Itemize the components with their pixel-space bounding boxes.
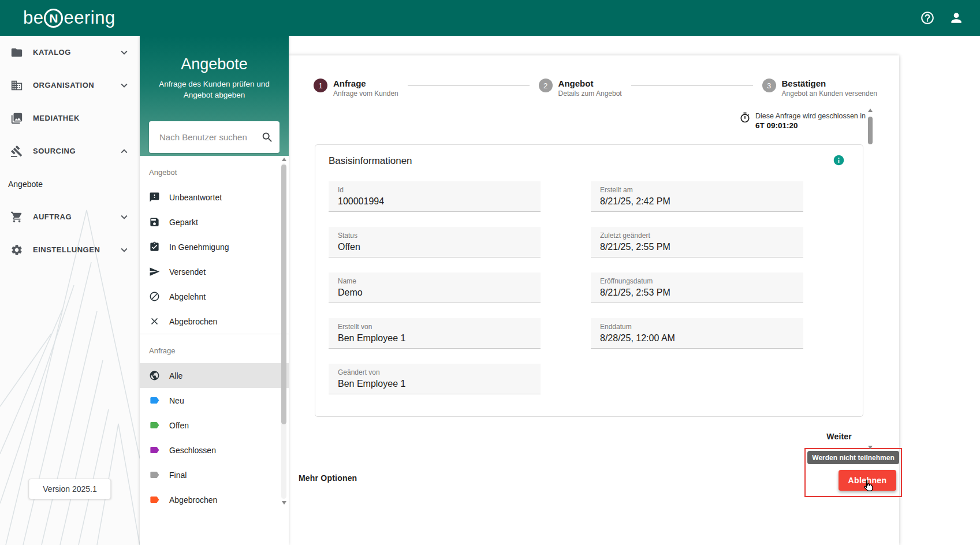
topbar-actions <box>920 10 964 25</box>
step-title: Anfrage <box>333 79 398 88</box>
main-content: 1 Anfrage Anfrage vom Kunden 2 Angebot D… <box>289 36 980 545</box>
filter-item-neu[interactable]: Neu <box>140 388 289 413</box>
filter-item-abgelehnt[interactable]: Abgelehnt <box>140 284 289 309</box>
filter-item-versendet[interactable]: Versendet <box>140 259 289 284</box>
scrollbar-thumb[interactable] <box>281 165 286 424</box>
panel-title: Angebote <box>140 36 289 73</box>
content-sheet: 1 Anfrage Anfrage vom Kunden 2 Angebot D… <box>289 55 899 545</box>
step-anfrage[interactable]: 1 Anfrage Anfrage vom Kunden <box>314 79 398 98</box>
sidebar-item-label: ORGANISATION <box>33 81 108 89</box>
scrollbar-thumb[interactable] <box>868 117 873 144</box>
chevron-down-icon <box>118 211 131 223</box>
chevron-down-icon <box>118 79 131 92</box>
filter-item-in-genehmigung[interactable]: In Genehmigung <box>140 234 289 259</box>
step-bestaetigen[interactable]: 3 Bestätigen Angebot an Kunden versenden <box>762 79 877 98</box>
brand-n-circle: N <box>44 9 63 28</box>
sidebar-item-einstellungen[interactable]: EINSTELLUNGEN <box>0 233 140 266</box>
stepper-connector <box>631 85 753 86</box>
topbar: be N eering <box>0 0 980 36</box>
field-erstellt-am: Erstellt am 8/21/25, 2:42 PM <box>591 181 803 212</box>
next-button[interactable]: Weiter <box>822 428 856 445</box>
panel-scrollbar[interactable] <box>281 158 286 505</box>
cart-icon <box>10 211 23 223</box>
account-icon[interactable] <box>949 10 964 25</box>
step-subtitle: Anfrage vom Kunden <box>333 89 398 98</box>
field-erstellt-von: Erstellt von Ben Employee 1 <box>329 318 541 349</box>
field-grid: Id 100001994 Erstellt am 8/21/25, 2:42 P… <box>329 181 803 394</box>
field-id: Id 100001994 <box>329 181 541 212</box>
folder-icon <box>10 46 23 59</box>
sidebar-item-sourcing[interactable]: SOURCING <box>0 135 140 167</box>
sidebar-subitem-label: Angebote <box>8 180 43 189</box>
field-geaendert-von: Geändert von Ben Employee 1 <box>329 364 541 394</box>
sidebar-item-label: MEDIATHEK <box>33 114 131 122</box>
decline-highlight-box: Werden nicht teilnehmen Ablehnen <box>804 448 902 497</box>
search-input[interactable] <box>159 132 261 142</box>
filter-item-geschlossen[interactable]: Geschlossen <box>140 438 289 462</box>
step-number: 3 <box>762 79 776 92</box>
field-name: Name Demo <box>329 272 541 303</box>
field-eroeffnungsdatum: Eröffnungsdatum 8/21/25, 2:53 PM <box>591 272 803 303</box>
step-subtitle: Angebot an Kunden versenden <box>782 89 877 98</box>
scroll-up-icon[interactable] <box>868 109 873 112</box>
step-number: 2 <box>539 79 553 92</box>
basic-info-card: Basisinformationen Id 100001994 Erstellt… <box>315 144 863 417</box>
filter-item-final[interactable]: Final <box>140 462 289 487</box>
chevron-down-icon <box>118 46 131 59</box>
scroll-up-icon[interactable] <box>282 158 286 161</box>
filter-item-offen[interactable]: Offen <box>140 413 289 438</box>
step-title: Angebot <box>558 79 622 88</box>
filter-panel: Angebote Anfrage des Kunden prüfen und A… <box>140 36 289 545</box>
search-icon[interactable] <box>261 131 274 144</box>
sidebar-item-angebote[interactable]: Angebote <box>0 167 140 200</box>
filter-item-unbeantwortet[interactable]: Unbeantwortet <box>140 185 289 210</box>
blocked-icon <box>149 291 160 302</box>
stepper-connector <box>408 85 530 86</box>
brand-suffix: eering <box>64 8 115 28</box>
version-button[interactable]: Version 2025.1 <box>28 479 111 499</box>
field-status: Status Offen <box>329 227 541 257</box>
step-angebot[interactable]: 2 Angebot Details zum Angebot <box>539 79 622 98</box>
send-icon <box>149 266 160 277</box>
sidebar-item-organisation[interactable]: ORGANISATION <box>0 69 140 102</box>
main-scrollbar[interactable] <box>867 109 873 449</box>
deadline-time: 6T 09:01:20 <box>755 121 866 130</box>
chevron-down-icon <box>118 244 131 256</box>
cancel-icon <box>149 316 160 327</box>
field-zuletzt-geaendert: Zuletzt geändert 8/21/25, 2:55 PM <box>591 227 803 257</box>
sidebar-item-mediathek[interactable]: MEDIATHEK <box>0 102 140 135</box>
deadline-label: Diese Anfrage wird geschlossen in <box>755 112 866 120</box>
info-icon[interactable] <box>833 154 845 166</box>
sidebar-item-label: SOURCING <box>33 147 108 155</box>
sidebar-item-auftrag[interactable]: AUFTRAG <box>0 200 140 233</box>
help-icon[interactable] <box>920 10 935 25</box>
step-subtitle: Details zum Angebot <box>558 89 622 98</box>
scroll-down-icon[interactable] <box>868 446 873 449</box>
filter-item-alle[interactable]: Alle <box>140 363 289 388</box>
label-icon <box>149 420 160 431</box>
more-options-button[interactable]: Mehr Optionen <box>294 469 362 487</box>
filter-item-abgebrochen-anfrage[interactable]: Abgebrochen <box>140 487 289 506</box>
filter-item-abgebrochen[interactable]: Abgebrochen <box>140 309 289 334</box>
filter-item-geparkt[interactable]: Geparkt <box>140 210 289 234</box>
settings-icon <box>10 244 23 256</box>
globe-icon <box>149 370 160 381</box>
label-icon <box>149 395 160 406</box>
panel-subtitle: Anfrage des Kunden prüfen und Angebot ab… <box>140 79 289 100</box>
search-box <box>149 121 280 153</box>
sidebar-item-label: AUFTRAG <box>33 212 108 221</box>
step-number: 1 <box>314 79 327 92</box>
sidebar-item-katalog[interactable]: KATALOG <box>0 36 140 69</box>
timer-icon <box>739 112 751 124</box>
sidebar: KATALOG ORGANISATION MEDIATHEK SOURCING … <box>0 36 140 545</box>
decline-button[interactable]: Ablehnen <box>839 470 896 491</box>
label-icon <box>149 469 160 480</box>
approval-icon <box>149 241 160 252</box>
scroll-down-icon[interactable] <box>282 501 286 505</box>
deadline-countdown: Diese Anfrage wird geschlossen in 6T 09:… <box>739 112 866 130</box>
section-header-angebot: Angebot <box>140 156 289 185</box>
panel-header: Angebote Anfrage des Kunden prüfen und A… <box>140 36 289 156</box>
section-header-anfrage: Anfrage <box>140 334 289 363</box>
brand-prefix: be <box>23 8 43 28</box>
filter-list: Angebot Unbeantwortet Geparkt In Genehmi… <box>140 156 289 506</box>
